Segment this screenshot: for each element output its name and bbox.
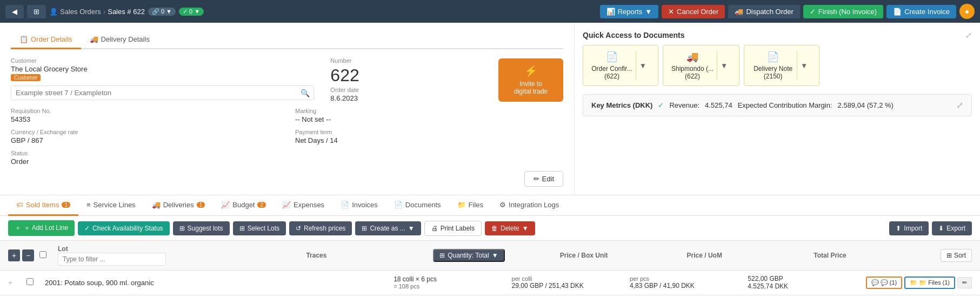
- check-availability-button[interactable]: ✓ Check Availability Status: [78, 221, 170, 235]
- tab-order-details[interactable]: 📋 Order Details: [11, 31, 81, 49]
- tab-deliveries[interactable]: 🚚 Deliveries 1: [144, 195, 214, 216]
- sales-orders-link[interactable]: 👤 Sales Orders: [49, 8, 101, 16]
- address-input[interactable]: [11, 85, 314, 100]
- breadcrumb-separator: ›: [103, 8, 105, 16]
- row-chat-button[interactable]: 💬 💬 (1): [866, 277, 903, 289]
- top-bar-actions: 📊 Reports ▼ ✕ Cancel Order 🚚 Dispatch Or…: [600, 4, 975, 19]
- cancel-order-button[interactable]: ✕ Cancel Order: [662, 5, 725, 18]
- row-checkbox-area: [26, 278, 39, 287]
- row-total: 522,00 GBP 4.525,74 DKK: [748, 275, 860, 290]
- edit-button[interactable]: ✏ Edit: [524, 171, 563, 187]
- order-details-icon: 📋: [19, 35, 28, 43]
- suggest-lots-button[interactable]: ⊞ Suggest lots: [173, 221, 230, 235]
- customer-tag: Customer: [11, 74, 41, 81]
- status-row: Status Order: [11, 150, 563, 166]
- total-price-col-header-area: Total Price: [814, 252, 935, 259]
- select-lots-button[interactable]: ⊞ Select Lots: [233, 221, 286, 235]
- refresh-prices-button[interactable]: ↺ Refresh prices: [289, 221, 352, 235]
- delivery-note-arrow[interactable]: ▼: [797, 51, 811, 80]
- doc-card-delivery-note[interactable]: 📄 Delivery Note(2150) ▼: [744, 45, 819, 86]
- requisition-value: 54353: [11, 115, 279, 123]
- import-export-area: ⬆ Import ⬇ Export: [889, 221, 972, 235]
- files-icon: 📁: [457, 201, 466, 209]
- sort-btn-area: ⊞ Sort: [941, 249, 972, 262]
- check-badge-button[interactable]: ✓ 0 ▼: [179, 8, 204, 16]
- add-row-button[interactable]: +: [8, 249, 20, 261]
- row-expand: +: [8, 279, 21, 287]
- back-button[interactable]: ◀: [5, 5, 24, 18]
- order-confirm-icon: 📄: [606, 51, 618, 63]
- quantity-total-button[interactable]: ⊞ Quantity: Total ▼: [433, 249, 504, 262]
- customer-number-row: Customer The Local Grocery Store Custome…: [11, 57, 563, 102]
- dispatch-icon: 🚚: [735, 8, 743, 16]
- number-field: Number 622 Order date 8.6.2023: [330, 57, 482, 102]
- files-icon: 📁: [910, 279, 917, 286]
- marking-field: Marking -- Not set --: [295, 108, 563, 123]
- export-icon: ⬇: [938, 225, 944, 232]
- delete-button[interactable]: 🗑 Delete ▼: [485, 221, 535, 235]
- metrics-collapse-icon[interactable]: ⤢: [956, 100, 963, 110]
- order-confirm-arrow[interactable]: ▼: [636, 51, 650, 80]
- expand-icon[interactable]: ⤢: [965, 31, 972, 40]
- doc-card-order-confirm[interactable]: 📄 Order Confir...(622) ▼: [583, 45, 658, 86]
- link-badge-button[interactable]: 🔗 0 ▼: [148, 8, 176, 16]
- qty-line2: = 108 pcs: [394, 283, 506, 290]
- tab-sold-items[interactable]: 🏷 Sold Items 1: [8, 195, 78, 216]
- row-lot: 2001: Potato soup, 900 ml. organic: [45, 279, 270, 287]
- payment-field: Payment term Net Days / 14: [295, 129, 563, 144]
- tab-expenses[interactable]: 📈 Expenses: [274, 195, 332, 216]
- number-value: 622: [330, 67, 482, 84]
- requisition-label: Requisition No.: [11, 108, 279, 114]
- lot-filter-input[interactable]: [58, 253, 166, 266]
- currency-value: GBP / 867: [11, 136, 279, 144]
- shipmondo-arrow[interactable]: ▼: [717, 51, 731, 80]
- add-lot-line-button[interactable]: ＋ ＋ Add Lot Line: [8, 220, 75, 236]
- row-qty: 18 colli × 6 pcs = 108 pcs: [394, 275, 506, 290]
- row-files-button[interactable]: 📁 📁 Files (1): [904, 277, 955, 289]
- sort-button[interactable]: ⊞ Sort: [941, 249, 972, 262]
- right-panel: Quick Access to Documents ⤢ 📄 Order Conf…: [575, 23, 980, 195]
- reports-button[interactable]: 📊 Reports ▼: [600, 5, 658, 18]
- customer-field: Customer The Local Grocery Store Custome…: [11, 57, 314, 102]
- invite-btn-col: ⚡ Invite to digital trade: [498, 57, 563, 102]
- create-as-button[interactable]: ⊞ Create as ... ▼: [355, 221, 421, 235]
- suggest-lots-icon: ⊞: [179, 225, 185, 232]
- tab-delivery-details[interactable]: 🚚 Delivery Details: [81, 31, 158, 49]
- tab-integration-logs[interactable]: ⚙ Integration Logs: [491, 195, 567, 216]
- price-box-col-header-area: Price / Box Unit: [560, 252, 682, 259]
- edit-icon: ✏: [534, 175, 539, 183]
- print-labels-button[interactable]: 🖨 Print Labels: [424, 221, 482, 236]
- sales-orders-icon: 👤: [49, 8, 58, 16]
- tab-documents[interactable]: 📄 Documents: [386, 195, 449, 216]
- row-edit-icon: ✏: [962, 279, 967, 286]
- create-invoice-button[interactable]: 📄 Create Invoice: [886, 5, 956, 18]
- invite-digital-trade-button[interactable]: ⚡ Invite to digital trade: [498, 58, 563, 102]
- tab-invoices[interactable]: 📄 Invoices: [332, 195, 386, 216]
- export-button[interactable]: ⬇ Export: [932, 221, 972, 235]
- tab-files[interactable]: 📁 Files: [449, 195, 491, 216]
- check-availability-icon: ✓: [84, 225, 90, 232]
- finish-no-invoice-button[interactable]: ✓ Finish (No Invoice): [803, 5, 883, 18]
- row-edit-button[interactable]: ✏: [957, 277, 972, 288]
- row-checkbox[interactable]: [26, 278, 34, 285]
- doc-card-shipmondo[interactable]: 🚚 Shipmondo (...(622) ▼: [663, 45, 739, 86]
- tab-budget[interactable]: 📈 Budget 2: [213, 195, 274, 216]
- total-line2: 4.525,74 DKK: [748, 282, 860, 290]
- price-uom-label: per pcs: [630, 275, 742, 282]
- left-panel: 📋 Order Details 🚚 Delivery Details Custo…: [0, 23, 575, 195]
- import-icon: ⬆: [896, 225, 901, 232]
- quick-access-header: Quick Access to Documents ⤢: [583, 31, 972, 40]
- table-area: + − Lot Traces ⊞ Quantity: Total ▼ Price…: [0, 241, 980, 295]
- select-all-checkbox[interactable]: [39, 251, 46, 258]
- delivery-icon: 🚚: [90, 35, 98, 43]
- import-button[interactable]: ⬆ Import: [889, 221, 929, 235]
- price-box-col-header: Price / Box Unit: [560, 252, 682, 259]
- dispatch-order-button[interactable]: 🚚 Dispatch Order: [728, 5, 799, 18]
- row-expand-icon[interactable]: +: [8, 279, 12, 287]
- minus-row-button[interactable]: −: [22, 249, 34, 261]
- user-avatar[interactable]: ●: [959, 4, 975, 19]
- apps-menu-button[interactable]: ⊞: [27, 5, 46, 18]
- revenue-label: Revenue:: [669, 101, 699, 109]
- tab-service-lines[interactable]: ≡ Service Lines: [78, 195, 144, 216]
- order-date-value: 8.6.2023: [330, 94, 482, 102]
